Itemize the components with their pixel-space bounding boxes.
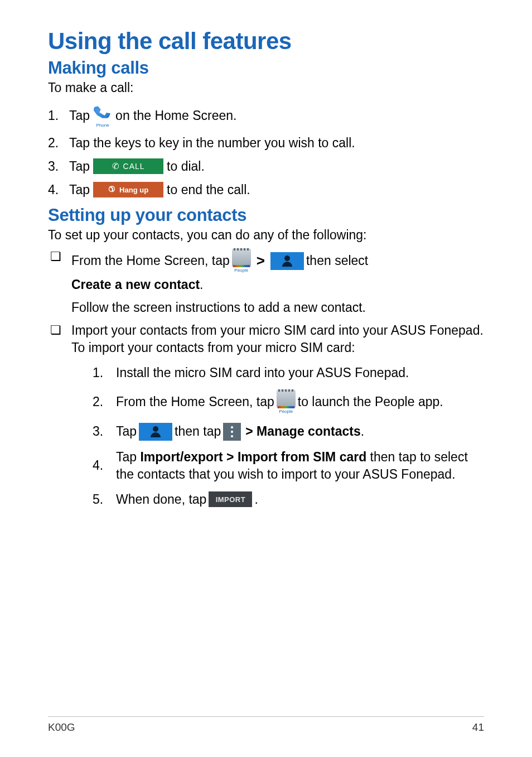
person-tab-icon [270, 252, 304, 270]
step-number: 1. [48, 108, 69, 123]
menu-item-manage-contacts: Manage contacts [257, 424, 361, 438]
contacts-options: From the Home Screen, tap People > then … [48, 248, 484, 508]
menu-path-import-export: Import/export > Import from SIM card [140, 450, 366, 464]
people-app-icon: People [277, 389, 296, 415]
intro-set-contacts: To set up your contacts, you can do any … [48, 228, 484, 243]
step-text: to end the call. [167, 182, 250, 197]
footer-page-number: 41 [472, 721, 484, 734]
step-text: to dial. [167, 159, 205, 174]
step-number: 2. [48, 136, 69, 151]
step-number: 4. [48, 182, 69, 197]
people-app-icon: People [232, 248, 251, 274]
person-tab-icon [139, 423, 172, 441]
text: to launch the People app. [298, 393, 443, 411]
sub-step-3: 3. Tap then tap > Manage contacts . [93, 423, 484, 441]
sub-step-5: 5. When done, tap IMPORT . [93, 491, 484, 508]
intro-make-call: To make a call: [48, 80, 484, 95]
text: then select [306, 252, 368, 269]
sub-step-2: 2. From the Home Screen, tap People to l… [93, 389, 484, 415]
step-text: on the Home Screen. [115, 108, 236, 123]
step-4: 4. Tap ✆ Hang up to end the call. [48, 182, 484, 197]
text: Import your contacts from your micro SIM… [71, 322, 484, 356]
footer-model: K00G [48, 721, 75, 734]
step-text: Tap [69, 159, 90, 174]
step-number: 2. [93, 393, 116, 411]
text: From the Home Screen, tap [71, 252, 230, 269]
sub-step-1: 1. Install the micro SIM card into your … [93, 364, 484, 382]
handset-down-icon: ✆ [106, 184, 117, 195]
step-number: 4. [93, 457, 116, 474]
people-icon-label: People [234, 268, 248, 274]
breadcrumb-separator: > [257, 251, 265, 271]
import-button-graphic: IMPORT [209, 491, 252, 507]
text: . [200, 276, 203, 293]
text: From the Home Screen, tap [116, 393, 274, 411]
step-3: 3. Tap ✆ CALL to dial. [48, 158, 484, 174]
text: Install the micro SIM card into your ASU… [116, 364, 484, 382]
hangup-button-graphic: ✆ Hang up [93, 182, 163, 197]
menu-item-create-contact: Create a new contact [71, 276, 200, 293]
step-2: 2. Tap the keys to key in the number you… [48, 136, 484, 151]
text: . [361, 423, 364, 440]
call-button-graphic: ✆ CALL [93, 158, 163, 174]
text: Follow the screen instructions to add a … [71, 299, 484, 316]
steps-make-call: 1. Tap Phone on the Home Screen. 2. Tap … [48, 103, 484, 197]
people-icon-label: People [279, 409, 293, 415]
step-text: Tap the keys to key in the number you wi… [69, 136, 355, 151]
option-create-contact: From the Home Screen, tap People > then … [48, 248, 484, 316]
text: then tap [175, 423, 221, 440]
section-setting-contacts: Setting up your contacts [48, 205, 484, 225]
step-text: Tap [69, 182, 90, 197]
handset-icon: ✆ [112, 161, 120, 171]
hangup-button-label: Hang up [119, 186, 148, 194]
step-text: Tap [69, 108, 90, 123]
step-number: 1. [93, 364, 116, 382]
step-1: 1. Tap Phone on the Home Screen. [48, 103, 484, 128]
overflow-menu-icon [223, 423, 241, 441]
step-number: 5. [93, 491, 116, 508]
text: . [254, 491, 258, 508]
option-import-sim: Import your contacts from your micro SIM… [48, 322, 484, 508]
breadcrumb-separator: > [245, 424, 257, 438]
section-making-calls: Making calls [48, 58, 484, 78]
phone-icon-label: Phone [96, 123, 109, 128]
sub-step-4: 4. Tap Import/export > Import from SIM c… [93, 449, 484, 483]
page-footer: K00G 41 [48, 716, 484, 734]
page-title: Using the call features [48, 28, 484, 55]
text: When done, tap [116, 491, 206, 508]
text: Tap [116, 423, 137, 440]
step-number: 3. [93, 423, 116, 440]
phone-app-icon: Phone [93, 103, 112, 128]
text: Tap [116, 450, 140, 464]
call-button-label: CALL [123, 162, 145, 171]
manual-page: Using the call features Making calls To … [0, 0, 532, 757]
import-steps: 1. Install the micro SIM card into your … [71, 364, 484, 508]
step-number: 3. [48, 159, 69, 174]
